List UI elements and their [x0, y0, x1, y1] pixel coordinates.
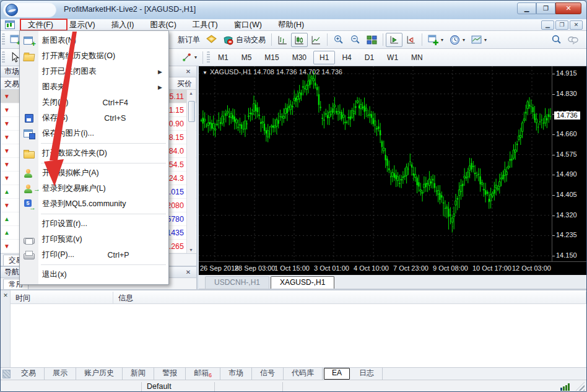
file-menu-item[interactable]: 退出(x): [20, 267, 168, 282]
file-menu-item[interactable]: 打印预览(v): [20, 232, 168, 247]
terminal-tab[interactable]: 代码库: [284, 367, 323, 380]
toolbar-grip[interactable]: [2, 51, 5, 64]
terminal-tab[interactable]: 日志: [351, 367, 383, 380]
market-watch-scrollbar[interactable]: [186, 90, 196, 253]
mdi-close-button[interactable]: ✕: [570, 20, 583, 30]
toolbar-grip[interactable]: [207, 51, 210, 64]
time-column-header[interactable]: 时间: [11, 292, 113, 303]
indicators-button[interactable]: ▾: [425, 33, 446, 47]
window-close-button[interactable]: ✕: [555, 2, 581, 14]
menubar-item[interactable]: 显示(V): [61, 19, 103, 31]
file-menu-item[interactable]: 登录到MQL5.community: [20, 196, 168, 212]
toolbar-grip[interactable]: [2, 33, 5, 46]
timeframe-button[interactable]: M1: [212, 51, 235, 64]
chart-shift-icon: [406, 35, 416, 45]
time-axis[interactable]: 26 Sep 201828 Sep 03:001 Oct 15:003 Oct …: [199, 261, 586, 275]
terminal-tab[interactable]: 账户历史: [76, 367, 123, 380]
file-menu-item[interactable]: → 登录到交易账户(L): [20, 181, 168, 196]
time-tick-label: 3 Oct 01:00: [314, 264, 349, 272]
new-order-button[interactable]: 新订单: [175, 33, 203, 47]
file-menu-item[interactable]: [20, 141, 168, 146]
chart-ohlc-readout: ▼XAGUSD-,H1 14.708 14.736 14.702 14.736: [202, 68, 342, 76]
menubar-item[interactable]: 插入(I): [103, 19, 142, 31]
chevron-down-icon: ▾: [463, 37, 465, 43]
candlestick-chart-button[interactable]: [291, 33, 308, 47]
message-column-header[interactable]: 信息: [113, 292, 586, 303]
chart-tab[interactable]: XAGUSD-,H1: [271, 276, 334, 289]
auto-scroll-button[interactable]: [386, 33, 402, 47]
terminal-tab[interactable]: 信号: [252, 367, 284, 380]
file-menu-item[interactable]: 图表夹 ▶: [20, 79, 168, 95]
close-icon[interactable]: ✕: [184, 269, 193, 276]
file-menu-item[interactable]: [20, 263, 168, 267]
scrollbar-thumb[interactable]: [188, 101, 195, 122]
timeframe-button[interactable]: M15: [258, 51, 285, 64]
file-menu-item[interactable]: 打印(P)... Ctrl+P: [20, 247, 168, 263]
status-profile[interactable]: Default: [142, 382, 215, 391]
file-menu-item[interactable]: 保存为图片(i)...: [20, 126, 168, 141]
file-menu-item[interactable]: [20, 212, 168, 216]
template-icon: [471, 35, 482, 45]
search-button[interactable]: [548, 33, 565, 47]
timeframe-button[interactable]: M30: [286, 51, 313, 64]
file-menu-dropdown: 新图表(N) 打开离线历史数据(O) 打开已关闭图表 ▶: [19, 30, 169, 285]
terminal-tab[interactable]: 展示: [45, 367, 76, 380]
mdi-minimize-button[interactable]: ▁: [541, 20, 554, 30]
terminal-tab[interactable]: 警报: [154, 367, 186, 380]
symbol-dropdown-icon[interactable]: ▼: [202, 70, 207, 76]
panel-grip-icon[interactable]: [2, 370, 11, 378]
menubar-item[interactable]: 图表(C): [142, 19, 184, 31]
file-menu-item[interactable]: 打开已关闭图表 ▶: [20, 64, 168, 79]
file-menu-item[interactable]: 打印设置(r)...: [20, 216, 168, 232]
chart-document-icon[interactable]: [5, 20, 15, 29]
terminal-side-strip: ✕: [1, 290, 11, 367]
file-menu-item[interactable]: 开新模拟帐户(A): [20, 165, 168, 181]
close-icon[interactable]: ✕: [184, 68, 193, 75]
terminal-tab[interactable]: 交易: [13, 367, 45, 380]
file-menu-item[interactable]: 打开离线历史数据(O): [20, 48, 168, 64]
price-tick-label: 14.915: [556, 69, 577, 77]
autotrading-button[interactable]: 自动交易: [220, 33, 269, 47]
tile-windows-button[interactable]: [363, 33, 380, 47]
timeframe-button[interactable]: H1: [313, 51, 335, 64]
file-menu-item[interactable]: 关闭(C) Ctrl+F4: [20, 95, 168, 110]
timeframe-button[interactable]: D1: [359, 51, 380, 64]
timeframe-button[interactable]: H4: [336, 51, 357, 64]
bar-chart-button[interactable]: [274, 33, 291, 47]
periods-button[interactable]: ▾: [446, 33, 468, 47]
window-minimize-button[interactable]: ▁: [517, 2, 536, 14]
chart-plot-area[interactable]: ▼XAGUSD-,H1 14.708 14.736 14.702 14.736: [199, 66, 552, 261]
submenu-arrow-icon: ▶: [158, 69, 162, 75]
timeframe-button[interactable]: MN: [405, 51, 429, 64]
timeframe-button[interactable]: W1: [381, 51, 404, 64]
menubar-item[interactable]: 工具(T): [185, 19, 226, 31]
metaeditor-button[interactable]: [203, 33, 220, 47]
window-maximize-button[interactable]: ❐: [536, 2, 555, 14]
templates-button[interactable]: ▾: [468, 33, 490, 47]
terminal-tab[interactable]: 邮箱6: [186, 367, 220, 380]
price-axis[interactable]: 14.91514.83014.74514.66014.57514.49014.4…: [552, 66, 586, 261]
file-menu-item[interactable]: [20, 161, 168, 165]
terminal-tab[interactable]: 新闻: [123, 367, 154, 380]
chart-shift-button[interactable]: [402, 33, 419, 47]
chat-button[interactable]: [565, 33, 581, 47]
time-tick-label: 9 Oct 08:00: [433, 264, 468, 272]
file-menu-item[interactable]: 新图表(N): [20, 33, 168, 48]
candlestick-chart-icon: [294, 35, 305, 45]
terminal-tab[interactable]: 市场: [220, 367, 252, 380]
file-menu-item[interactable]: 保存(S) Ctrl+S: [20, 110, 168, 126]
timeframe-button[interactable]: M5: [235, 51, 258, 64]
resize-grip[interactable]: [576, 382, 585, 391]
drawing-tools-button[interactable]: ▾: [178, 50, 200, 64]
zoom-in-button[interactable]: [330, 33, 347, 47]
menu-item-icon: [24, 270, 35, 280]
menubar-item[interactable]: 窗口(W): [226, 19, 270, 31]
chart-tab[interactable]: USDCNH-,H1: [205, 276, 269, 289]
line-chart-button[interactable]: [308, 33, 324, 47]
zoom-out-button[interactable]: [347, 33, 363, 47]
menubar-item[interactable]: 帮助(H): [270, 19, 312, 31]
mdi-restore-button[interactable]: ❐: [555, 20, 568, 30]
close-icon[interactable]: ✕: [2, 292, 9, 298]
terminal-tab[interactable]: EA: [324, 368, 350, 380]
file-menu-item[interactable]: 打开数据文件夹(D): [20, 146, 168, 161]
